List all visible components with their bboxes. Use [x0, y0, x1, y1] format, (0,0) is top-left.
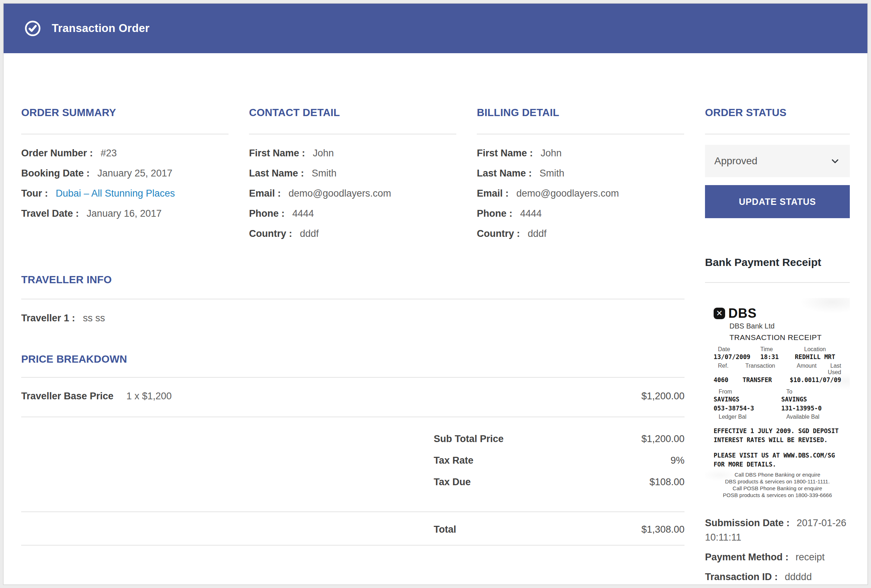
billing-detail-section: BILLING DETAIL First Name : John Last Na… — [477, 107, 684, 244]
booking-date-row: Booking Date : January 25, 2017 — [21, 163, 229, 183]
receipt-to-account-type: SAVINGS — [781, 395, 841, 404]
receipt-from-label: From — [714, 389, 781, 395]
price-summary-block: Sub Total Price $1,200.00 Tax Rate 9% Ta… — [21, 417, 684, 512]
tax-due-value: $108.00 — [649, 471, 684, 493]
line-item-detail: 1 x $1,200 — [126, 390, 172, 402]
submission-date-row: Submission Date : 2017-01-26 10:11:11 — [705, 516, 850, 545]
billing-last-name-label: Last Name : — [477, 168, 532, 179]
contact-detail-section: CONTACT DETAIL First Name : John Last Na… — [249, 107, 456, 244]
receipt-amount-label: Amount — [797, 363, 816, 376]
content-area: ORDER SUMMARY Order Number : #23 Booking… — [4, 53, 867, 588]
payment-method-label: Payment Method : — [705, 552, 789, 563]
contact-last-name-label: Last Name : — [249, 168, 304, 179]
receipt-notice-2: PLEASE VISIT US AT WWW.DBS.COM/SG FOR MO… — [714, 451, 841, 469]
receipt-last-used-label: Last Used — [816, 363, 841, 376]
receipt-bank-name: DBS Bank Ltd — [729, 322, 841, 330]
billing-first-name-label: First Name : — [477, 148, 533, 159]
contact-first-name-label: First Name : — [249, 148, 305, 159]
receipt-header-labels: Date Time Location — [714, 346, 841, 353]
order-summary-section: ORDER SUMMARY Order Number : #23 Booking… — [21, 107, 229, 244]
receipt-to-account-number: 131-13995-0 — [781, 404, 841, 413]
booking-date-label: Booking Date : — [21, 168, 90, 179]
order-status-select[interactable]: Approved — [705, 145, 850, 177]
contact-phone-label: Phone : — [249, 208, 284, 219]
contact-phone-value: 4444 — [292, 208, 314, 219]
main-column: ORDER SUMMARY Order Number : #23 Booking… — [21, 107, 684, 588]
divider — [705, 282, 850, 283]
billing-phone-label: Phone : — [477, 208, 512, 219]
contact-country-row: Country : dddf — [249, 224, 456, 244]
receipt-ref-values: 4060 TRANSFER $10.00 11/07/09 — [714, 376, 841, 383]
subtotal-row: Sub Total Price $1,200.00 — [21, 428, 684, 450]
line-item-amount: $1,200.00 — [641, 390, 684, 402]
billing-country-row: Country : dddf — [477, 224, 684, 244]
tour-link[interactable]: Dubai – All Stunning Places — [56, 188, 175, 199]
billing-first-name-value: John — [541, 148, 562, 159]
receipt-footer-line-3: Call POSB Phone Banking or enquire — [714, 485, 841, 492]
traveller-value: ss ss — [83, 313, 105, 323]
booking-date-value: January 25, 2017 — [97, 168, 172, 179]
tax-rate-row: Tax Rate 9% — [21, 450, 684, 471]
order-status-selected-value: Approved — [714, 155, 757, 167]
divider — [21, 299, 684, 299]
order-status-heading: ORDER STATUS — [705, 107, 850, 118]
order-status-section: ORDER STATUS Approved UPDATE STATUS — [705, 107, 850, 218]
divider — [21, 134, 229, 135]
dbs-logo-text: DBS — [728, 306, 757, 321]
check-circle-icon — [24, 20, 41, 37]
contact-email-label: Email : — [249, 188, 281, 199]
receipt-time-label: Time — [760, 346, 795, 353]
receipt-transaction-value: TRANSFER — [742, 376, 789, 383]
receipt-ref-labels: Ref. Transaction Amount Last Used — [714, 363, 841, 376]
receipt-to-column: To SAVINGS 131-13995-0 Available Bal — [781, 389, 841, 420]
receipt-ref-value: 4060 — [714, 376, 742, 383]
bank-payment-receipt-heading: Bank Payment Receipt — [705, 256, 850, 268]
contact-detail-rows: First Name : John Last Name : Smith Emai… — [249, 143, 456, 244]
total-value: $1,308.00 — [641, 523, 684, 536]
billing-email-value: demo@goodlayers.com — [516, 188, 619, 199]
receipt-time-value: 18:31 — [760, 353, 795, 361]
contact-last-name-row: Last Name : Smith — [249, 163, 456, 183]
price-breakdown-section: PRICE BREAKDOWN Traveller Base Price 1 x… — [21, 353, 684, 546]
travel-date-value: January 16, 2017 — [87, 208, 162, 219]
contact-last-name-value: Smith — [312, 168, 337, 179]
line-item-label: Traveller Base Price — [21, 390, 114, 402]
receipt-date-value: 13/07/2009 — [714, 353, 760, 361]
submission-date-label: Submission Date : — [705, 518, 790, 528]
tax-rate-value: 9% — [670, 450, 684, 471]
order-number-row: Order Number : #23 — [21, 143, 229, 163]
receipt-date-label: Date — [714, 346, 760, 353]
billing-email-label: Email : — [477, 188, 509, 199]
receipt-notice-1: EFFECTIVE 1 JULY 2009. SGD DEPOSIT INTER… — [714, 426, 841, 444]
traveller-row: Traveller 1 : ss ss — [21, 308, 684, 328]
receipt-available-bal-label: Available Bal — [781, 414, 841, 420]
transaction-id-label: Transaction ID : — [705, 572, 778, 582]
order-number-label: Order Number : — [21, 148, 93, 159]
chevron-down-icon — [830, 156, 841, 166]
receipt-from-account-type: SAVINGS — [714, 395, 781, 404]
contact-country-label: Country : — [249, 228, 292, 239]
receipt-footer-line-4: POSB products & services on 1800-339-666… — [714, 492, 841, 498]
billing-detail-rows: First Name : John Last Name : Smith Emai… — [477, 143, 684, 244]
total-label: Total — [434, 523, 456, 536]
subtotal-label: Sub Total Price — [434, 428, 504, 450]
receipt-ledger-bal-label: Ledger Bal — [714, 414, 781, 420]
update-status-button[interactable]: UPDATE STATUS — [705, 185, 850, 218]
traveller-info-section: TRAVELLER INFO Traveller 1 : ss ss — [21, 274, 684, 328]
receipt-amount-value: $10.00 — [790, 376, 812, 383]
contact-first-name-value: John — [313, 148, 334, 159]
payment-method-value: receipt — [796, 552, 825, 563]
receipt-location-label: Location — [795, 346, 841, 353]
contact-first-name-row: First Name : John — [249, 143, 456, 163]
divider — [477, 134, 684, 135]
tour-label: Tour : — [21, 188, 48, 199]
contact-email-row: Email : demo@goodlayers.com — [249, 183, 456, 203]
divider — [705, 134, 850, 135]
receipt-from-column: From SAVINGS 053-38754-3 Ledger Bal — [714, 389, 781, 420]
contact-detail-heading: CONTACT DETAIL — [249, 107, 456, 118]
receipt-ref-label: Ref. — [714, 363, 745, 376]
traveller-info-heading: TRAVELLER INFO — [21, 274, 684, 286]
contact-phone-row: Phone : 4444 — [249, 203, 456, 224]
order-summary-heading: ORDER SUMMARY — [21, 107, 229, 118]
tour-row: Tour : Dubai – All Stunning Places — [21, 183, 229, 203]
